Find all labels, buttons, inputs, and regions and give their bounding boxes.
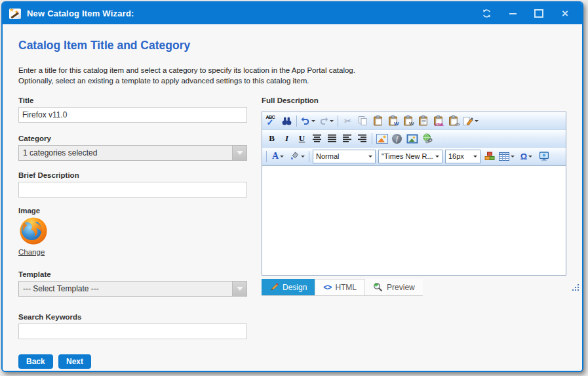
pencil-icon xyxy=(269,283,279,292)
toolbar-separator xyxy=(266,151,267,162)
paste-from-word-strip-font-icon: W xyxy=(403,115,414,126)
chevron-down-icon xyxy=(435,156,439,157)
insert-symbol-button[interactable]: Ω xyxy=(517,150,536,163)
underline-icon: U xyxy=(299,133,305,144)
back-button[interactable]: Back xyxy=(18,354,53,369)
category-dropdown[interactable]: 1 categories selected xyxy=(18,145,247,161)
window-controls: × xyxy=(481,9,570,19)
star-icon: ★ xyxy=(9,9,14,13)
next-button[interactable]: Next xyxy=(58,354,91,369)
category-dropdown-button[interactable] xyxy=(232,146,246,160)
font-family-value: "Times New R... xyxy=(382,152,434,160)
align-center-button[interactable] xyxy=(309,132,324,146)
binoculars-icon xyxy=(282,117,292,125)
category-label: Category xyxy=(18,135,51,142)
toolbar-separator xyxy=(372,133,372,144)
image-manager-icon xyxy=(406,134,418,144)
align-justify-button[interactable] xyxy=(324,132,340,146)
font-size-select[interactable]: 16px xyxy=(445,150,480,163)
maximize-icon xyxy=(534,9,543,18)
hyperlink-manager-button[interactable] xyxy=(420,132,435,146)
search-keywords-input[interactable] xyxy=(18,324,247,339)
paste-plain-text-icon xyxy=(418,115,429,126)
copy-button[interactable] xyxy=(355,114,370,128)
tab-design-label: Design xyxy=(283,283,307,292)
brief-description-label: Brief Description xyxy=(18,171,79,179)
insert-flash-button[interactable]: f xyxy=(389,132,404,146)
change-image-link[interactable]: Change xyxy=(18,248,45,256)
brief-description-input[interactable] xyxy=(18,182,247,198)
format-painter-icon xyxy=(463,116,473,126)
editor-content-area[interactable] xyxy=(262,165,566,275)
paste-as-html-button[interactable]: HTML xyxy=(431,114,446,128)
chevron-down-icon xyxy=(311,120,315,122)
paste-html-markup-button[interactable]: <> xyxy=(446,114,461,128)
find-replace-button[interactable] xyxy=(279,114,294,128)
align-left-icon xyxy=(342,135,352,142)
minimize-icon xyxy=(509,13,517,14)
paste-plain-text-button[interactable] xyxy=(416,114,431,128)
bold-button[interactable]: B xyxy=(264,132,279,146)
format-painter-button[interactable] xyxy=(461,114,480,128)
chevron-down-icon xyxy=(237,151,243,155)
align-justify-icon xyxy=(327,135,337,142)
editor-resize-grip[interactable] xyxy=(572,283,579,291)
close-button[interactable]: × xyxy=(560,9,570,19)
align-left-button[interactable] xyxy=(340,132,355,146)
font-family-select[interactable]: "Times New R... xyxy=(378,150,442,163)
intro-line-2: Optionally, select an existing a templat… xyxy=(18,75,355,86)
monitor-icon xyxy=(539,152,549,161)
image-label: Image xyxy=(18,207,40,215)
cut-button[interactable]: ✂ xyxy=(340,114,355,128)
insert-image-button[interactable] xyxy=(374,132,389,146)
image-manager-button[interactable] xyxy=(404,132,420,146)
cut-icon: ✂ xyxy=(344,116,351,126)
template-dropdown-button[interactable] xyxy=(232,282,246,296)
spellcheck-icon: ABC✓ xyxy=(266,115,278,126)
font-color-button[interactable]: A xyxy=(269,150,287,163)
underline-button[interactable]: U xyxy=(294,132,309,146)
spellcheck-button[interactable]: ABC✓ xyxy=(264,114,279,128)
undo-button[interactable] xyxy=(299,114,317,128)
redo-button[interactable] xyxy=(317,114,336,128)
minimize-button[interactable] xyxy=(507,9,518,19)
align-right-icon xyxy=(357,135,367,142)
background-color-button[interactable] xyxy=(287,150,307,163)
window-title: New Catalog Item Wizard: xyxy=(27,9,134,18)
paste-button[interactable] xyxy=(370,114,385,128)
insert-image-icon xyxy=(376,134,388,144)
insert-snippet-button[interactable] xyxy=(482,150,497,163)
editor-toolbar-row-2: B I U xyxy=(262,130,566,148)
align-right-button[interactable] xyxy=(355,132,370,146)
search-keywords-label: Search Keywords xyxy=(18,313,82,321)
media-manager-button[interactable] xyxy=(536,150,551,163)
tab-preview[interactable]: Preview xyxy=(365,279,423,295)
wizard-window: ★ ★ New Catalog Item Wizard: × xyxy=(1,1,583,372)
omega-icon: Ω xyxy=(520,152,527,161)
template-dropdown[interactable]: --- Select Template --- xyxy=(18,281,247,297)
paste-from-word-button[interactable]: W xyxy=(385,114,401,128)
toolbar-separator xyxy=(338,115,338,127)
editor-toolbar-row-3: A Normal "Times New R... xyxy=(262,148,566,165)
intro-line-1: Enter a title for this catalog item and … xyxy=(18,65,355,75)
title-label: Title xyxy=(18,96,33,104)
chevron-down-icon xyxy=(528,156,532,157)
paragraph-style-select[interactable]: Normal xyxy=(313,150,376,163)
italic-icon: I xyxy=(285,133,288,144)
paste-from-word-strip-font-button[interactable]: W xyxy=(401,114,416,128)
screen: ★ ★ New Catalog Item Wizard: × xyxy=(0,0,588,376)
title-input[interactable] xyxy=(18,107,247,123)
refresh-button[interactable] xyxy=(481,9,492,19)
italic-button[interactable]: I xyxy=(279,132,294,146)
paragraph-style-value: Normal xyxy=(316,152,367,160)
wizard-app-icon: ★ ★ xyxy=(9,9,21,19)
hyperlink-icon xyxy=(421,133,433,144)
rich-text-editor: ABC✓ xyxy=(262,112,566,276)
tab-design[interactable]: Design xyxy=(262,279,315,295)
building-blocks-icon xyxy=(484,152,495,161)
insert-table-button[interactable] xyxy=(497,150,517,163)
paste-icon xyxy=(373,115,383,126)
maximize-button[interactable] xyxy=(534,9,544,19)
resize-grip-dots-icon xyxy=(572,289,574,291)
tab-html[interactable]: <> HTML xyxy=(315,279,365,295)
